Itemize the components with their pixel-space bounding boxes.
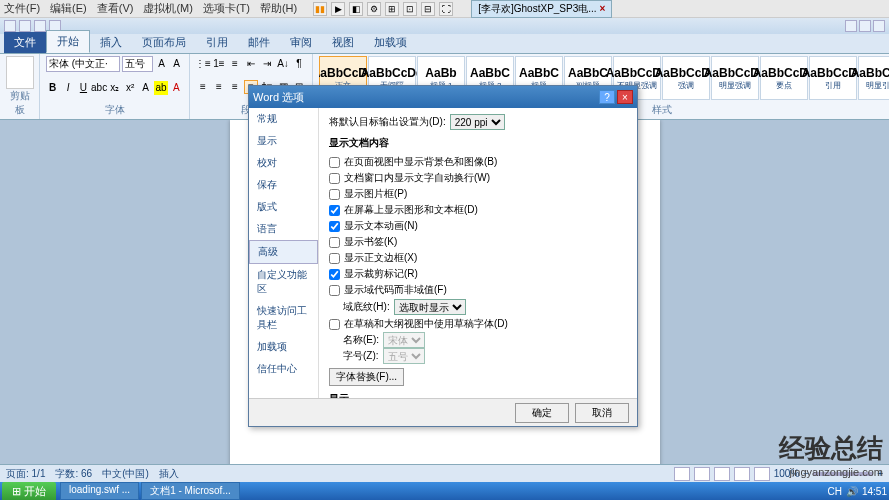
view-read-icon[interactable]: [694, 467, 710, 481]
system-tray[interactable]: CH 🔊 14:51: [828, 486, 887, 497]
close-window-icon[interactable]: [873, 20, 885, 32]
dialog-close-icon[interactable]: ×: [617, 90, 633, 104]
tab-addins[interactable]: 加载项: [364, 32, 417, 53]
dialog-side-5[interactable]: 语言: [249, 218, 318, 240]
style-明显引用[interactable]: AaBbCcDd明显引用: [858, 56, 889, 100]
vm-menu-help[interactable]: 帮助(H): [260, 1, 297, 16]
opt1-4-checkbox[interactable]: [329, 221, 340, 232]
sort-icon[interactable]: A↓: [276, 56, 290, 70]
status-page[interactable]: 页面: 1/1: [6, 467, 45, 481]
taskbar-item-1[interactable]: loading.swf ...: [60, 482, 139, 500]
cancel-button[interactable]: 取消: [575, 403, 629, 423]
italic-icon[interactable]: I: [61, 81, 74, 95]
view-outline-icon[interactable]: [734, 467, 750, 481]
dialog-help-icon[interactable]: ?: [599, 90, 615, 104]
dialog-side-7[interactable]: 自定义功能区: [249, 264, 318, 300]
vm-fullscreen-icon[interactable]: ⛶: [439, 2, 453, 16]
tray-clock[interactable]: 14:51: [862, 486, 887, 497]
tab-layout[interactable]: 页面布局: [132, 32, 196, 53]
opt1-7-checkbox[interactable]: [329, 269, 340, 280]
vm-tool3-icon[interactable]: ⊡: [403, 2, 417, 16]
word-icon[interactable]: [4, 20, 16, 32]
tab-mailings[interactable]: 邮件: [238, 32, 280, 53]
ok-button[interactable]: 确定: [515, 403, 569, 423]
dialog-side-0[interactable]: 常规: [249, 108, 318, 130]
align-center-icon[interactable]: ≡: [212, 80, 226, 94]
vm-play-icon[interactable]: ▶: [331, 2, 345, 16]
text-effect-icon[interactable]: A: [139, 81, 152, 95]
opt1-8-checkbox[interactable]: [329, 285, 340, 296]
dialog-side-3[interactable]: 保存: [249, 174, 318, 196]
start-button[interactable]: ⊞ 开始: [2, 482, 56, 501]
dialog-side-6[interactable]: 高级: [249, 240, 318, 264]
tab-home[interactable]: 开始: [46, 30, 90, 53]
dialog-side-9[interactable]: 加载项: [249, 336, 318, 358]
font-size-select[interactable]: 五号: [122, 56, 154, 72]
vm-menu-file[interactable]: 文件(F): [4, 1, 40, 16]
indent-inc-icon[interactable]: ⇥: [260, 56, 274, 70]
view-print-icon[interactable]: [674, 467, 690, 481]
vm-menu-view[interactable]: 查看(V): [97, 1, 134, 16]
indent-dec-icon[interactable]: ⇤: [244, 56, 258, 70]
minimize-icon[interactable]: [845, 20, 857, 32]
default-target-select[interactable]: 220 ppi: [450, 114, 505, 130]
dialog-side-1[interactable]: 显示: [249, 130, 318, 152]
dialog-side-4[interactable]: 版式: [249, 196, 318, 218]
draft-font-checkbox[interactable]: [329, 319, 340, 330]
taskbar-item-2[interactable]: 文档1 - Microsof...: [141, 482, 240, 500]
dialog-side-8[interactable]: 快速访问工具栏: [249, 300, 318, 336]
vm-tool2-icon[interactable]: ⊞: [385, 2, 399, 16]
tray-volume-icon[interactable]: 🔊: [846, 486, 858, 497]
font-name-select[interactable]: 宋体 (中文正·: [46, 56, 120, 72]
opt1-5-checkbox[interactable]: [329, 237, 340, 248]
paste-button[interactable]: [6, 56, 34, 89]
vm-tool4-icon[interactable]: ⊟: [421, 2, 435, 16]
tab-insert[interactable]: 插入: [90, 32, 132, 53]
font-color-icon[interactable]: A: [170, 81, 183, 95]
vm-menu-edit[interactable]: 编辑(E): [50, 1, 87, 16]
underline-icon[interactable]: U: [77, 81, 90, 95]
view-web-icon[interactable]: [714, 467, 730, 481]
multilevel-icon[interactable]: ≡: [228, 56, 242, 70]
tray-ime-icon[interactable]: CH: [828, 486, 842, 497]
opt1-2-checkbox[interactable]: [329, 189, 340, 200]
bold-icon[interactable]: B: [46, 81, 59, 95]
subscript-icon[interactable]: x₂: [108, 81, 121, 95]
vm-menu-tabs[interactable]: 选项卡(T): [203, 1, 250, 16]
bullets-icon[interactable]: ⋮≡: [196, 56, 210, 70]
vm-guest-tab[interactable]: [李寻欢]GhostXP_SP3电... ×: [471, 0, 612, 18]
status-insert[interactable]: 插入: [159, 467, 179, 481]
grow-font-icon[interactable]: A: [155, 56, 168, 70]
qat-undo-icon[interactable]: [34, 20, 46, 32]
close-icon[interactable]: ×: [600, 3, 606, 14]
vm-tool-icon[interactable]: ⚙: [367, 2, 381, 16]
vm-menu-vm[interactable]: 虚拟机(M): [143, 1, 193, 16]
tab-review[interactable]: 审阅: [280, 32, 322, 53]
align-left-icon[interactable]: ≡: [196, 80, 210, 94]
tab-references[interactable]: 引用: [196, 32, 238, 53]
show-marks-icon[interactable]: ¶: [292, 56, 306, 70]
numbering-icon[interactable]: 1≡: [212, 56, 226, 70]
shrink-font-icon[interactable]: A: [170, 56, 183, 70]
vm-pause-icon[interactable]: ▮▮: [313, 2, 327, 16]
superscript-icon[interactable]: x²: [124, 81, 137, 95]
qat-save-icon[interactable]: [19, 20, 31, 32]
opt1-3-checkbox[interactable]: [329, 205, 340, 216]
field-shading-select[interactable]: 选取时显示: [394, 299, 466, 315]
opt1-6-checkbox[interactable]: [329, 253, 340, 264]
highlight-icon[interactable]: ab: [154, 81, 167, 95]
opt1-1-checkbox[interactable]: [329, 173, 340, 184]
view-draft-icon[interactable]: [754, 467, 770, 481]
dialog-side-10[interactable]: 信任中心: [249, 358, 318, 380]
status-lang[interactable]: 中文(中国): [102, 467, 149, 481]
status-words[interactable]: 字数: 66: [55, 467, 92, 481]
dialog-side-2[interactable]: 校对: [249, 152, 318, 174]
font-substitution-button[interactable]: 字体替换(F)...: [329, 368, 404, 386]
tab-file[interactable]: 文件: [4, 32, 46, 53]
vm-snapshot-icon[interactable]: ◧: [349, 2, 363, 16]
opt1-0-checkbox[interactable]: [329, 157, 340, 168]
maximize-icon[interactable]: [859, 20, 871, 32]
tab-view[interactable]: 视图: [322, 32, 364, 53]
strike-icon[interactable]: abc: [92, 81, 106, 95]
align-right-icon[interactable]: ≡: [228, 80, 242, 94]
